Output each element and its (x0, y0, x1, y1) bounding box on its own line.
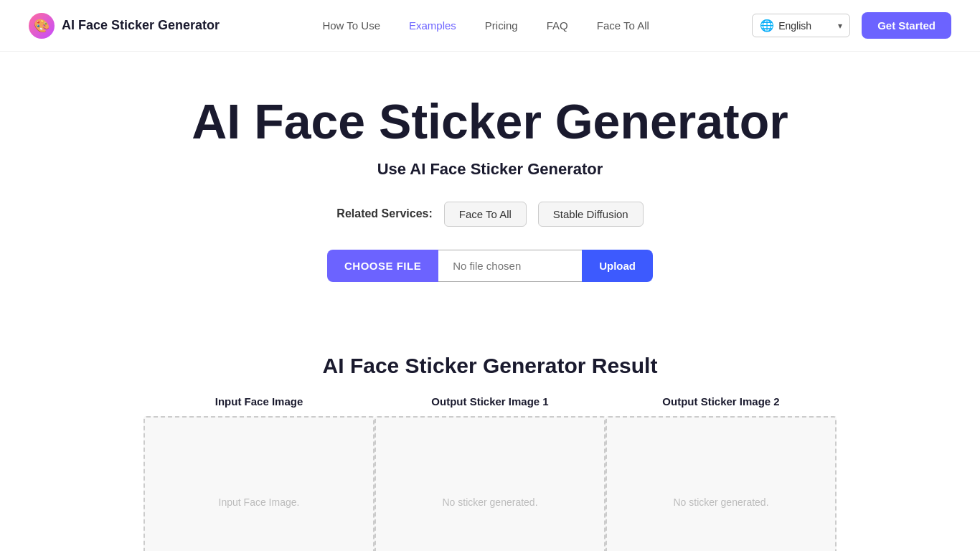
hero-title: AI Face Sticker Generator (29, 95, 951, 149)
col-header-output1: Output Sticker Image 1 (431, 395, 548, 408)
output2-placeholder: No sticker generated. (673, 496, 768, 508)
nav-how-to-use[interactable]: How To Use (322, 19, 380, 32)
result-col-input: Input Face Image Input Face Image. (143, 395, 374, 551)
service-face-to-all[interactable]: Face To All (444, 202, 527, 227)
col-header-output2: Output Sticker Image 2 (662, 395, 779, 408)
result-section: AI Face Sticker Generator Result Input F… (0, 354, 980, 551)
file-name-display (438, 250, 582, 282)
result-col-output2: Output Sticker Image 2 No sticker genera… (606, 395, 837, 551)
main-nav: How To Use Examples Pricing FAQ Face To … (322, 19, 649, 32)
related-label: Related Services: (336, 207, 432, 220)
nav-faq[interactable]: FAQ (547, 19, 568, 32)
nav-examples[interactable]: Examples (409, 19, 456, 32)
hero-subtitle: Use AI Face Sticker Generator (29, 160, 951, 179)
nav-face-to-all[interactable]: Face To All (597, 19, 649, 32)
upload-button[interactable]: Upload (582, 250, 653, 282)
logo-text: AI Face Sticker Generator (62, 18, 220, 33)
globe-icon: 🌐 (760, 19, 774, 32)
input-placeholder: Input Face Image. (219, 496, 300, 508)
get-started-button[interactable]: Get Started (862, 12, 951, 39)
logo-area: 🎨 AI Face Sticker Generator (29, 13, 220, 39)
language-selector[interactable]: 🌐 English Spanish French German Chinese … (752, 14, 850, 37)
nav-pricing[interactable]: Pricing (485, 19, 518, 32)
header-right: 🌐 English Spanish French German Chinese … (752, 12, 951, 39)
output2-image-box: No sticker generated. (606, 416, 837, 551)
result-col-output1: Output Sticker Image 1 No sticker genera… (374, 395, 606, 551)
result-title: AI Face Sticker Generator Result (143, 354, 837, 378)
site-header: 🎨 AI Face Sticker Generator How To Use E… (0, 0, 980, 52)
output1-image-box: No sticker generated. (374, 416, 606, 551)
result-columns: Input Face Image Input Face Image. Outpu… (143, 395, 837, 551)
choose-file-button[interactable]: CHOOSE FILE (327, 250, 438, 282)
output1-placeholder: No sticker generated. (442, 496, 537, 508)
service-stable-diffusion[interactable]: Stable Diffusion (538, 202, 644, 227)
input-image-box: Input Face Image. (143, 416, 374, 551)
hero-section: AI Face Sticker Generator Use AI Face St… (0, 52, 980, 354)
related-services: Related Services: Face To All Stable Dif… (29, 202, 951, 227)
logo-icon: 🎨 (29, 13, 55, 39)
upload-area: CHOOSE FILE Upload (29, 250, 951, 282)
language-dropdown[interactable]: English Spanish French German Chinese Ja… (778, 20, 834, 32)
col-header-input: Input Face Image (215, 395, 303, 408)
